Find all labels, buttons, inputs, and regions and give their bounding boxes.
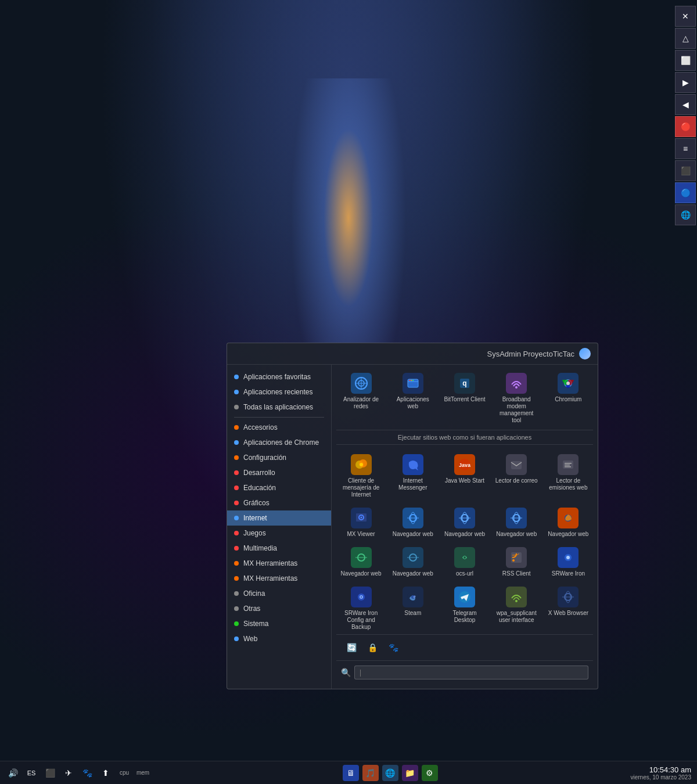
menu-item-desarrollo[interactable]: Desarrollo (227, 465, 331, 480)
app-x-web-browser[interactable]: X Web Browser (544, 583, 593, 634)
app-wpa-supplicant[interactable]: wpa_supplicant user interface (492, 583, 541, 634)
menu-item-mx-herramientas-2[interactable]: MX Herramientas (227, 571, 331, 586)
svg-text:q: q (462, 379, 466, 387)
menu-item-label: MX Herramientas (243, 559, 297, 567)
svg-point-11 (515, 386, 518, 389)
menu-item-chrome-apps[interactable]: Aplicaciones de Chrome (227, 435, 331, 450)
menu-item-label: Web (243, 635, 257, 643)
sidebar-icon-10[interactable]: 🌐 (675, 204, 696, 225)
app-navegador-1[interactable]: Navegador web (388, 504, 437, 541)
menu-item-label: Internet (243, 514, 267, 522)
app-mx-viewer[interactable]: MX Viewer (336, 504, 386, 541)
app-lector-correo[interactable]: Lector de correo (492, 451, 541, 502)
app-label: Telegram Desktop (442, 610, 487, 624)
app-navegador-2[interactable]: Navegador web (440, 504, 489, 541)
volume-icon[interactable]: 🔊 (5, 765, 21, 781)
app-lector-emisiones[interactable]: Lector de emisiones web (544, 451, 593, 502)
app-srware-iron[interactable]: SRWare Iron (544, 544, 593, 581)
sidebar-icon-3[interactable]: ⬜ (675, 50, 696, 71)
app-navegador-5[interactable]: Navegador web (336, 544, 386, 581)
menu-item-internet[interactable]: Internet (227, 510, 331, 526)
app-icon (403, 587, 423, 607)
menu-cloud-icon (579, 348, 591, 359)
svg-point-64 (515, 600, 518, 602)
menu-item-oficina[interactable]: Oficina (227, 586, 331, 601)
taskbar-app-2[interactable]: 🎵 (362, 765, 379, 781)
sidebar-icon-9[interactable]: 🔵 (675, 182, 696, 203)
menu-item-label: Accesorios (243, 423, 278, 431)
sidebar-icon-6[interactable]: 🔴 (675, 116, 696, 137)
app-java-web-start[interactable]: Java Java Web Start (440, 451, 489, 502)
sidebar-icon-1[interactable]: ✕ (675, 6, 696, 27)
taskbar-app-5[interactable]: ⚙ (422, 765, 438, 781)
app-telegram[interactable]: Telegram Desktop (440, 583, 489, 634)
app-firefox[interactable]: Navegador web (544, 504, 593, 541)
menu-item-label: Aplicaciones favoritas (243, 373, 311, 381)
menu-item-web[interactable]: Web (227, 631, 331, 646)
search-bar: 🔍 (336, 660, 593, 684)
sidebar-icon-4[interactable]: ▶ (675, 72, 696, 93)
menu-item-favorites[interactable]: Aplicaciones favoritas (227, 369, 331, 384)
menu-item-juegos[interactable]: Juegos (227, 526, 331, 541)
app-bittorrent[interactable]: q BitTorrent Client (440, 369, 489, 427)
taskbar-app-3[interactable]: 🌐 (382, 765, 398, 781)
app-chromium[interactable]: Chromium (544, 369, 593, 427)
menu-item-label: Configuración (243, 454, 286, 462)
app-analizador-redes[interactable]: Analizador de redes (336, 369, 386, 427)
mem-indicator: mem (135, 765, 151, 781)
paw-icon[interactable]: 🐾 (79, 765, 95, 781)
app-label: Navegador web (444, 531, 485, 538)
menu-item-otras[interactable]: Otras (227, 601, 331, 616)
app-aplicaciones-web[interactable]: Aplicaciones web (388, 369, 437, 427)
svg-rect-23 (565, 463, 572, 464)
taskbar-app-1[interactable]: 🖥 (343, 765, 359, 781)
app-ocs-url[interactable]: ocs-url (440, 544, 489, 581)
taskbar-center: 🖥 🎵 🌐 📁 ⚙ (156, 765, 624, 781)
menu-item-label: Multimedia (243, 544, 277, 552)
svg-text:Java: Java (459, 462, 471, 468)
dot-icon (234, 531, 239, 535)
menu-item-all[interactable]: Todas las aplicaciones (227, 400, 331, 415)
search-icon: 🔍 (341, 668, 351, 677)
menu-item-graficos[interactable]: Gráficos (227, 495, 331, 510)
app-mensajeria[interactable]: Cliente de mensajería de Internet (336, 451, 386, 502)
sidebar-icon-8[interactable]: ⬛ (675, 160, 696, 181)
taskbar-app-4[interactable]: 📁 (402, 765, 418, 781)
app-label: Navegador web (496, 531, 537, 538)
menu-item-accesorios[interactable]: Accesorios (227, 420, 331, 435)
app-menu: SysAdmin ProyectoTicTac Aplicaciones fav… (227, 343, 598, 689)
app-navegador-3[interactable]: Navegador web (492, 504, 541, 541)
app-steam[interactable]: Steam (388, 583, 437, 634)
menu-item-config[interactable]: Configuración (227, 450, 331, 465)
apps-grid: Analizador de redes Aplicaciones web q B… (336, 369, 593, 634)
search-input[interactable] (354, 666, 588, 679)
menu-item-educacion[interactable]: Educación (227, 480, 331, 495)
menu-item-mx-herramientas-1[interactable]: MX Herramientas (227, 556, 331, 571)
app-internet-messenger[interactable]: Internet Messenger (388, 451, 437, 502)
refresh-button[interactable]: 🔄 (343, 639, 360, 656)
sidebar-icon-7[interactable]: ≡ (675, 138, 696, 159)
language-indicator[interactable]: ES (23, 765, 39, 781)
screen-icon[interactable]: ⬛ (42, 765, 58, 781)
sidebar-icon-5[interactable]: ◀ (675, 94, 696, 115)
app-icon: Java (454, 454, 475, 475)
svg-point-52 (512, 559, 515, 562)
menu-item-recent[interactable]: Aplicaciones recientes (227, 384, 331, 400)
menu-item-multimedia[interactable]: Multimedia (227, 541, 331, 556)
lock-button[interactable]: 🔒 (364, 639, 380, 656)
clock-time: 10:54:30 am (630, 765, 691, 774)
app-navegador-6[interactable]: Navegador web (388, 544, 437, 581)
app-rss-client[interactable]: RSS Client (492, 544, 541, 581)
app-srware-iron-config[interactable]: SRWare Iron Config and Backup (336, 583, 386, 634)
power-button[interactable]: 🐾 (385, 639, 401, 656)
upload-icon[interactable]: ⬆ (98, 765, 114, 781)
menu-item-sistema[interactable]: Sistema (227, 616, 331, 631)
app-label: Internet Messenger (390, 477, 435, 491)
app-label: Broadband modem management tool (494, 396, 539, 424)
app-broadband-modem[interactable]: Broadband modem management tool (492, 369, 541, 427)
network-icon[interactable]: ✈ (60, 765, 77, 781)
app-label: Java Web Start (445, 477, 484, 484)
sidebar-icon-2[interactable]: △ (675, 28, 696, 49)
menu-body: Aplicaciones favoritas Aplicaciones reci… (227, 365, 598, 689)
app-label: Navegador web (548, 531, 588, 538)
